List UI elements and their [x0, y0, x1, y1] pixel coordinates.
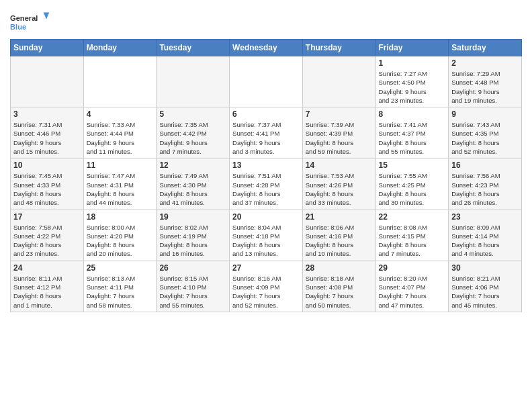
day-number: 22 [379, 212, 446, 222]
table-row: 30Sunrise: 8:21 AMSunset: 4:06 PMDayligh… [449, 261, 522, 312]
day-info: Sunrise: 7:27 AMSunset: 4:50 PMDaylight:… [379, 69, 446, 105]
table-row: 29Sunrise: 8:20 AMSunset: 4:07 PMDayligh… [375, 261, 449, 312]
day-number: 16 [451, 161, 519, 170]
day-info: Sunrise: 8:04 AMSunset: 4:18 PMDaylight:… [232, 223, 300, 259]
table-row: 27Sunrise: 8:16 AMSunset: 4:09 PMDayligh… [230, 261, 303, 312]
col-saturday: Saturday [449, 40, 522, 56]
calendar-week-1: 1Sunrise: 7:27 AMSunset: 4:50 PMDaylight… [11, 56, 522, 107]
day-info: Sunrise: 8:02 AMSunset: 4:19 PMDaylight:… [159, 223, 226, 259]
day-info: Sunrise: 8:11 AMSunset: 4:12 PMDaylight:… [13, 274, 81, 310]
calendar-week-3: 10Sunrise: 7:45 AMSunset: 4:33 PMDayligh… [11, 158, 522, 210]
day-info: Sunrise: 7:43 AMSunset: 4:35 PMDaylight:… [451, 120, 519, 156]
table-row: 28Sunrise: 8:18 AMSunset: 4:08 PMDayligh… [302, 261, 375, 312]
day-number: 7 [306, 109, 373, 119]
day-info: Sunrise: 7:33 AMSunset: 4:44 PMDaylight:… [87, 120, 154, 156]
table-row: 5Sunrise: 7:35 AMSunset: 4:42 PMDaylight… [157, 107, 230, 158]
day-number: 21 [306, 212, 373, 222]
table-row: 10Sunrise: 7:45 AMSunset: 4:33 PMDayligh… [11, 158, 84, 210]
table-row [157, 56, 230, 107]
day-number: 24 [13, 263, 81, 273]
day-number: 13 [232, 161, 300, 170]
table-row: 25Sunrise: 8:13 AMSunset: 4:11 PMDayligh… [83, 261, 157, 312]
calendar-week-4: 17Sunrise: 7:58 AMSunset: 4:22 PMDayligh… [11, 210, 522, 261]
col-sunday: Sunday [11, 40, 84, 56]
table-row: 26Sunrise: 8:15 AMSunset: 4:10 PMDayligh… [157, 261, 230, 312]
day-info: Sunrise: 7:55 AMSunset: 4:25 PMDaylight:… [379, 171, 446, 207]
day-number: 20 [232, 212, 300, 222]
svg-marker-2 [44, 13, 50, 19]
day-info: Sunrise: 8:18 AMSunset: 4:08 PMDaylight:… [306, 274, 373, 310]
day-number: 10 [13, 161, 81, 170]
day-info: Sunrise: 7:35 AMSunset: 4:42 PMDaylight:… [159, 120, 226, 156]
table-row: 4Sunrise: 7:33 AMSunset: 4:44 PMDaylight… [83, 107, 157, 158]
header: General Blue [10, 7, 522, 36]
svg-text:Blue: Blue [10, 23, 26, 31]
day-number: 5 [159, 109, 226, 119]
table-row: 11Sunrise: 7:47 AMSunset: 4:31 PMDayligh… [83, 158, 157, 210]
day-info: Sunrise: 7:37 AMSunset: 4:41 PMDaylight:… [232, 120, 300, 156]
table-row: 7Sunrise: 7:39 AMSunset: 4:39 PMDaylight… [302, 107, 375, 158]
day-info: Sunrise: 7:53 AMSunset: 4:26 PMDaylight:… [306, 171, 373, 207]
day-number: 9 [451, 109, 519, 119]
day-info: Sunrise: 7:56 AMSunset: 4:23 PMDaylight:… [451, 171, 519, 207]
logo-svg: General Blue [10, 9, 50, 36]
table-row [83, 56, 157, 107]
day-number: 15 [379, 161, 446, 170]
table-row: 17Sunrise: 7:58 AMSunset: 4:22 PMDayligh… [11, 210, 84, 261]
day-info: Sunrise: 7:29 AMSunset: 4:48 PMDaylight:… [451, 69, 519, 105]
day-info: Sunrise: 7:49 AMSunset: 4:30 PMDaylight:… [159, 171, 226, 207]
day-number: 23 [451, 212, 519, 222]
table-row: 24Sunrise: 8:11 AMSunset: 4:12 PMDayligh… [11, 261, 84, 312]
day-info: Sunrise: 8:21 AMSunset: 4:06 PMDaylight:… [451, 274, 519, 310]
day-number: 2 [451, 58, 519, 68]
svg-text:General: General [10, 14, 38, 22]
calendar-week-5: 24Sunrise: 8:11 AMSunset: 4:12 PMDayligh… [11, 261, 522, 312]
day-number: 26 [159, 263, 226, 273]
day-number: 17 [13, 212, 81, 222]
day-number: 14 [306, 161, 373, 170]
day-number: 11 [87, 161, 154, 170]
table-row: 9Sunrise: 7:43 AMSunset: 4:35 PMDaylight… [449, 107, 522, 158]
calendar-container: General Blue Sunday Monday Tuesday Wedne… [0, 0, 532, 319]
table-row: 20Sunrise: 8:04 AMSunset: 4:18 PMDayligh… [230, 210, 303, 261]
day-number: 28 [306, 263, 373, 273]
day-number: 18 [87, 212, 154, 222]
table-row [302, 56, 375, 107]
day-info: Sunrise: 8:13 AMSunset: 4:11 PMDaylight:… [87, 274, 154, 310]
table-row: 23Sunrise: 8:09 AMSunset: 4:14 PMDayligh… [449, 210, 522, 261]
col-wednesday: Wednesday [230, 40, 303, 56]
col-friday: Friday [375, 40, 449, 56]
day-info: Sunrise: 7:51 AMSunset: 4:28 PMDaylight:… [232, 171, 300, 207]
day-info: Sunrise: 8:20 AMSunset: 4:07 PMDaylight:… [379, 274, 446, 310]
table-row: 12Sunrise: 7:49 AMSunset: 4:30 PMDayligh… [157, 158, 230, 210]
table-row: 1Sunrise: 7:27 AMSunset: 4:50 PMDaylight… [375, 56, 449, 107]
calendar-body: 1Sunrise: 7:27 AMSunset: 4:50 PMDaylight… [11, 56, 522, 312]
table-row: 18Sunrise: 8:00 AMSunset: 4:20 PMDayligh… [83, 210, 157, 261]
header-row: Sunday Monday Tuesday Wednesday Thursday… [11, 40, 522, 56]
calendar-table: Sunday Monday Tuesday Wednesday Thursday… [10, 39, 522, 312]
day-info: Sunrise: 7:58 AMSunset: 4:22 PMDaylight:… [13, 223, 81, 259]
table-row: 21Sunrise: 8:06 AMSunset: 4:16 PMDayligh… [302, 210, 375, 261]
day-info: Sunrise: 8:09 AMSunset: 4:14 PMDaylight:… [451, 223, 519, 259]
table-row: 2Sunrise: 7:29 AMSunset: 4:48 PMDaylight… [449, 56, 522, 107]
day-number: 19 [159, 212, 226, 222]
day-number: 1 [379, 58, 446, 68]
calendar-week-2: 3Sunrise: 7:31 AMSunset: 4:46 PMDaylight… [11, 107, 522, 158]
table-row: 15Sunrise: 7:55 AMSunset: 4:25 PMDayligh… [375, 158, 449, 210]
day-number: 30 [451, 263, 519, 273]
day-number: 4 [87, 109, 154, 119]
day-number: 3 [13, 109, 81, 119]
table-row: 19Sunrise: 8:02 AMSunset: 4:19 PMDayligh… [157, 210, 230, 261]
day-info: Sunrise: 8:15 AMSunset: 4:10 PMDaylight:… [159, 274, 226, 310]
day-info: Sunrise: 7:45 AMSunset: 4:33 PMDaylight:… [13, 171, 81, 207]
day-number: 6 [232, 109, 300, 119]
col-tuesday: Tuesday [157, 40, 230, 56]
table-row [11, 56, 84, 107]
table-row: 13Sunrise: 7:51 AMSunset: 4:28 PMDayligh… [230, 158, 303, 210]
day-number: 29 [379, 263, 446, 273]
table-row: 6Sunrise: 7:37 AMSunset: 4:41 PMDaylight… [230, 107, 303, 158]
day-info: Sunrise: 7:31 AMSunset: 4:46 PMDaylight:… [13, 120, 81, 156]
day-info: Sunrise: 7:41 AMSunset: 4:37 PMDaylight:… [379, 120, 446, 156]
day-number: 25 [87, 263, 154, 273]
day-info: Sunrise: 8:16 AMSunset: 4:09 PMDaylight:… [232, 274, 300, 310]
